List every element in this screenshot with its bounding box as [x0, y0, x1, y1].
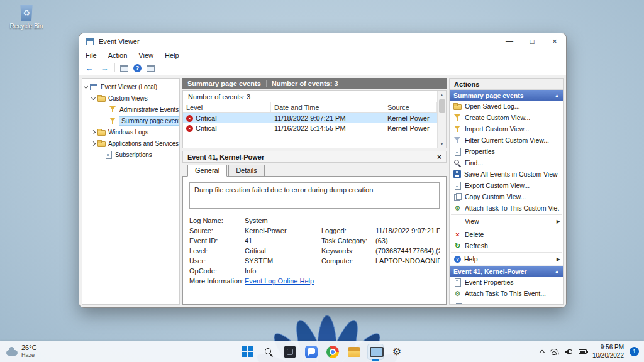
action-open-saved-log[interactable]: Open Saved Log... [450, 101, 563, 112]
field-value: Info [245, 267, 320, 277]
chevron-right-icon[interactable] [91, 141, 96, 145]
minimize-button[interactable]: — [498, 33, 521, 50]
menu-view[interactable]: View [138, 52, 153, 59]
field-label: Event ID: [189, 237, 243, 247]
battery-icon[interactable] [579, 349, 587, 354]
chevron-down-icon[interactable] [91, 95, 96, 99]
tab-general[interactable]: General [187, 165, 227, 177]
help-icon[interactable]: ? [133, 64, 142, 72]
window-title: Event Viewer [99, 38, 140, 45]
column-date-time[interactable]: Date and Time [271, 102, 384, 112]
search-button[interactable] [260, 344, 277, 360]
event-row[interactable]: Critical 11/16/2022 5:14:55 PM Kernel-Po… [183, 123, 437, 133]
actions-section-event-header[interactable]: Event 41, Kernel-Power ▲ [450, 266, 563, 277]
field-label: More Information: [189, 277, 243, 287]
dark-app-button[interactable] [282, 344, 298, 360]
action-refresh[interactable]: ↻ Refresh [450, 240, 563, 251]
file-explorer-button[interactable] [346, 344, 362, 360]
critical-icon [186, 125, 193, 132]
show-action-pane-icon[interactable] [147, 65, 155, 72]
action-save-all-events[interactable]: Save All Events in Custom View ... [450, 168, 563, 180]
tree-item-custom-views[interactable]: Custom Views [82, 92, 179, 104]
field-value: Kernel-Power [245, 227, 320, 237]
event-message: Dump file creation failed due to error d… [189, 182, 440, 209]
tree-item-subscriptions[interactable]: Subscriptions [82, 149, 179, 160]
collapse-icon[interactable]: ▲ [555, 93, 559, 97]
chat-button[interactable] [303, 344, 319, 360]
start-button[interactable] [239, 344, 255, 360]
event-row[interactable]: Critical 11/18/2022 9:07:21 PM Kernel-Po… [183, 113, 437, 123]
event-viewer-taskbar-button[interactable] [367, 344, 384, 360]
field-value: (70368744177664),(2) [375, 247, 440, 257]
field-value: LAPTOP-NDOAONIR [375, 257, 440, 267]
notification-badge[interactable]: 1 [630, 347, 639, 356]
submenu-arrow-icon: ▶ [557, 304, 560, 305]
action-view[interactable]: View ▶ [450, 216, 563, 227]
actions-pane: Actions Summary page events ▲ Open Saved… [449, 78, 564, 305]
action-export-custom-view[interactable]: Export Custom View... [450, 180, 563, 191]
action-find[interactable]: Find... [450, 157, 563, 168]
tab-details[interactable]: Details [228, 165, 265, 177]
menu-file[interactable]: File [86, 52, 97, 59]
action-attach-task-custom-view[interactable]: ⚙ Attach Task To This Custom Vie... [450, 202, 563, 214]
taskbar-weather-widget[interactable]: 26°C Haze [6, 344, 37, 358]
action-delete[interactable]: × Delete [450, 229, 563, 240]
field-value: (63) [375, 237, 440, 247]
selected-tree-label: Summary page events [119, 117, 179, 125]
scroll-down-icon[interactable]: ▼ [440, 140, 444, 148]
action-import-custom-view[interactable]: Import Custom View... [450, 123, 563, 134]
chevron-right-icon[interactable] [91, 129, 96, 134]
forward-icon[interactable]: → [99, 63, 109, 73]
settings-button[interactable]: ⚙ [389, 344, 405, 360]
close-detail-icon[interactable]: × [437, 153, 441, 162]
dark-app-icon [284, 346, 296, 358]
field-value [375, 217, 440, 227]
recycle-bin[interactable]: ♻ Recycle Bin [6, 5, 47, 30]
tree-item-windows-logs[interactable]: Windows Logs [82, 126, 179, 138]
maximize-button[interactable]: □ [521, 33, 543, 50]
chrome-button[interactable] [325, 344, 341, 360]
tree-item-root[interactable]: Event Viewer (Local) [82, 81, 179, 92]
console-tree-pane: Event Viewer (Local) Custom Views Admini… [82, 78, 180, 305]
chevron-down-icon[interactable] [84, 84, 88, 88]
actions-section-summary-header[interactable]: Summary page events ▲ [450, 90, 563, 101]
action-copy[interactable]: Copy ▶ [450, 301, 563, 305]
action-event-properties[interactable]: Event Properties [450, 277, 563, 288]
tree-item-summary-page-events[interactable]: Summary page events [82, 115, 179, 126]
action-filter-current-custom-view[interactable]: Filter Current Custom View... [450, 134, 563, 146]
actions-separator [451, 252, 562, 253]
scroll-thumb[interactable] [439, 99, 445, 113]
event-log-online-help-link[interactable]: Event Log Online Help [245, 277, 320, 287]
events-count-band[interactable]: Number of events: 3 [183, 91, 437, 102]
action-create-custom-view[interactable]: Create Custom View... [450, 112, 563, 123]
title-bar[interactable]: Event Viewer — □ × [79, 33, 566, 50]
save-icon [453, 170, 461, 178]
volume-icon[interactable] [565, 348, 573, 355]
action-help[interactable]: ? Help ▶ [450, 253, 563, 265]
field-value: 41 [245, 237, 320, 247]
tree-item-administrative-events[interactable]: Administrative Events [82, 104, 179, 115]
close-button[interactable]: × [543, 33, 566, 50]
menu-bar: File Action View Help [79, 50, 566, 61]
back-icon[interactable]: ← [84, 63, 94, 73]
events-scrollbar[interactable]: ▲ ▼ [437, 91, 446, 148]
collapse-icon[interactable]: ▲ [555, 269, 559, 273]
event-fields: Log Name: System Source: Kernel-Power Lo… [189, 217, 440, 287]
wifi-icon[interactable] [550, 349, 559, 355]
column-level[interactable]: Level [183, 102, 271, 112]
tray-overflow-icon[interactable] [540, 350, 545, 355]
column-source[interactable]: Source [384, 102, 437, 112]
field-label: Task Category: [321, 237, 374, 247]
menu-action[interactable]: Action [108, 52, 128, 59]
detail-tabs: General Details [182, 163, 447, 176]
tree-item-applications-services-logs[interactable]: Applications and Services Logs [82, 138, 179, 149]
show-console-tree-icon[interactable] [120, 65, 128, 72]
field-label: Logged: [321, 227, 374, 237]
action-properties[interactable]: Properties [450, 146, 563, 157]
scroll-up-icon[interactable]: ▲ [440, 91, 444, 99]
field-value [375, 277, 440, 287]
action-copy-custom-view[interactable]: Copy Custom View... [450, 191, 563, 202]
taskbar-clock[interactable]: 9:56 PM 10/20/2022 [592, 344, 624, 359]
action-attach-task-event[interactable]: ⚙ Attach Task To This Event... [450, 288, 563, 299]
menu-help[interactable]: Help [165, 52, 179, 59]
